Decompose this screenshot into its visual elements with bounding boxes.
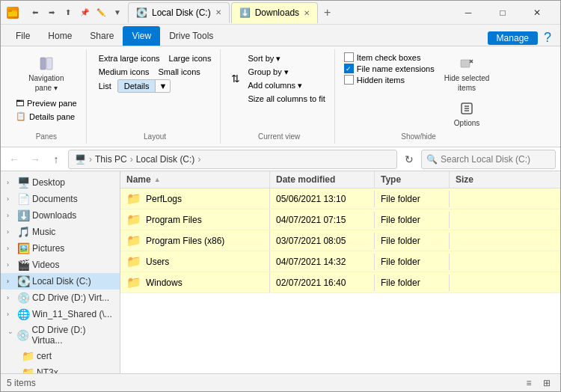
file-date: 04/07/2021 07:15 (276, 215, 346, 225)
col-header-name[interactable]: Name ▲ (120, 171, 270, 188)
preview-pane-icon: 🗔 (16, 99, 24, 108)
tab-close-downloads[interactable]: ✕ (304, 9, 310, 17)
table-row[interactable]: 📁 Program Files 04/07/2021 07:15 File fo… (120, 209, 560, 230)
help-button[interactable]: ? (538, 30, 551, 46)
hide-selected-button[interactable]: Hide selected items (441, 52, 494, 94)
sidebar-item-videos[interactable]: › 🎬 Videos (1, 257, 120, 273)
file-type-cell: File folder (375, 191, 450, 207)
search-input[interactable] (441, 154, 545, 165)
sidebar-item-desktop[interactable]: › 🖥️ Desktop (1, 174, 120, 191)
sidebar-item-cd-drive-d2[interactable]: › 💿 CD Drive (D:) Virtua... (1, 322, 120, 348)
details-button-group: Details ▼ (117, 79, 171, 93)
hidden-items-toggle[interactable]: Hidden items (344, 75, 435, 85)
path-local-disk[interactable]: Local Disk (C:) (136, 154, 195, 165)
add-columns-button[interactable]: Add columns ▾ (245, 79, 328, 92)
close-button[interactable]: ✕ (520, 1, 554, 25)
col-header-type[interactable]: Type (375, 171, 450, 188)
expand-arrow-videos: › (7, 261, 14, 269)
sidebar-item-cert[interactable]: 📁 cert (1, 348, 120, 364)
quick-access-btn-2[interactable]: ➡ (44, 5, 59, 20)
extra-large-icons-button[interactable]: Extra large icons (96, 52, 163, 64)
file-type: File folder (381, 257, 420, 267)
show-hide-label: Show/hide (401, 132, 436, 141)
details-dropdown[interactable]: ▼ (156, 80, 170, 92)
quick-access-btn-4[interactable]: 📌 (77, 5, 92, 20)
details-button[interactable]: Details (118, 80, 156, 92)
up-button[interactable]: ↑ (47, 150, 65, 168)
minimize-button[interactable]: ─ (451, 1, 485, 25)
quick-access-btn-5[interactable]: ✏️ (94, 5, 108, 20)
sidebar-item-downloads[interactable]: › ⬇️ Downloads (1, 207, 120, 224)
forward-button[interactable]: → (26, 150, 44, 168)
layout-options: Extra large icons Large icons Medium ico… (96, 52, 215, 93)
table-row[interactable]: 📁 Program Files (x86) 03/07/2021 08:05 F… (120, 230, 560, 251)
sidebar-item-cd-drive-d[interactable]: › 💿 CD Drive (D:) Virt... (1, 290, 120, 306)
ribbon-tab-share[interactable]: Share (81, 26, 123, 46)
medium-icons-button[interactable]: Medium icons (96, 66, 153, 78)
ribbon-tab-view[interactable]: View (123, 26, 160, 46)
nt3x-icon: 📁 (22, 367, 34, 373)
title-tabs: 💽 Local Disk (C:) ✕ ⬇️ Downloads ✕ + (128, 2, 335, 23)
group-by-button[interactable]: Group by ▾ (245, 66, 328, 79)
table-row[interactable]: 📁 Users 04/07/2021 14:32 File folder (120, 251, 560, 272)
table-row[interactable]: 📁 Windows 02/07/2021 16:40 File folder (120, 272, 560, 293)
sidebar-label-cd-drive-d: CD Drive (D:) Virt... (32, 293, 109, 303)
window-controls: ─ □ ✕ (451, 1, 554, 25)
tab-close-local[interactable]: ✕ (215, 8, 221, 16)
file-name-cell: 📁 Program Files (x86) (120, 230, 270, 251)
sort-by-button[interactable]: Sort by ▾ (245, 52, 328, 65)
col-header-size[interactable]: Size (450, 171, 560, 188)
path-this-pc[interactable]: This PC (95, 154, 127, 165)
file-date-cell: 04/07/2021 07:15 (270, 212, 375, 228)
options-icon (458, 99, 476, 117)
new-tab-button[interactable]: + (319, 4, 335, 21)
sidebar-item-local-disk[interactable]: › 💽 Local Disk (C:) (1, 273, 120, 290)
cd-drive-d2-icon: 💿 (16, 329, 28, 341)
sidebar-item-win-shared[interactable]: › 🌐 Win_11_Shared (\... (1, 306, 120, 322)
sidebar-item-pictures[interactable]: › 🖼️ Pictures (1, 240, 120, 257)
ribbon-tab-drive-tools[interactable]: Drive Tools (160, 26, 222, 46)
options-button[interactable]: Options (448, 97, 485, 129)
svg-rect-3 (40, 58, 46, 70)
item-check-boxes-label: Item check boxes (357, 53, 421, 62)
sidebar-item-documents[interactable]: › 📄 Documents (1, 191, 120, 207)
title-tab-downloads[interactable]: ⬇️ Downloads ✕ (231, 2, 318, 23)
file-type: File folder (381, 278, 420, 288)
file-name-extensions-toggle[interactable]: ✓ File name extensions (344, 64, 435, 73)
list-button[interactable]: List (96, 80, 114, 92)
ribbon-tab-file[interactable]: File (7, 26, 39, 46)
sidebar-item-music[interactable]: › 🎵 Music (1, 224, 120, 240)
sidebar: › 🖥️ Desktop › 📄 Documents › ⬇️ Download… (1, 171, 120, 373)
ribbon-tab-home[interactable]: Home (39, 26, 81, 46)
maximize-button[interactable]: □ (485, 1, 520, 25)
quick-access-dropdown[interactable]: ▼ (110, 5, 125, 20)
quick-access-btn-1[interactable]: ⬅ (28, 5, 43, 20)
large-icons-button[interactable]: Large icons (166, 52, 215, 64)
details-pane-button[interactable]: 📋 Details pane (13, 110, 80, 123)
col-header-date[interactable]: Date modified (270, 171, 375, 188)
col-type-label: Type (381, 174, 401, 185)
quick-access-btn-3[interactable]: ⬆ (61, 5, 76, 20)
item-check-boxes-checkbox[interactable] (344, 52, 354, 62)
sidebar-item-nt3x[interactable]: 📁 NT3x (1, 364, 120, 373)
item-check-boxes-toggle[interactable]: Item check boxes (344, 52, 435, 62)
list-view-button[interactable]: ≡ (521, 376, 536, 391)
sidebar-label-desktop: Desktop (32, 177, 65, 188)
file-name-extensions-checkbox[interactable]: ✓ (344, 64, 354, 73)
file-header: Name ▲ Date modified Type Size (120, 171, 560, 189)
refresh-button[interactable]: ↻ (400, 150, 418, 168)
details-pane-icon: 📋 (16, 111, 26, 121)
manage-button[interactable]: Manage (488, 31, 538, 45)
hidden-items-checkbox[interactable] (344, 75, 354, 85)
title-tab-local-disk[interactable]: 💽 Local Disk (C:) ✕ (128, 2, 230, 23)
preview-pane-button[interactable]: 🗔 Preview pane (13, 97, 80, 109)
back-button[interactable]: ← (5, 150, 23, 168)
table-row[interactable]: 📁 PerfLogs 05/06/2021 13:10 File folder (120, 189, 560, 209)
grid-view-button[interactable]: ⊞ (539, 376, 554, 391)
small-icons-button[interactable]: Small icons (156, 66, 203, 78)
file-type-cell: File folder (375, 254, 450, 270)
size-all-columns-button[interactable]: Size all columns to fit (245, 93, 328, 105)
navigation-pane-button[interactable]: Navigation pane ▾ (25, 52, 67, 94)
address-path[interactable]: 🖥️ › This PC › Local Disk (C:) › (68, 150, 397, 169)
layout-row1: Extra large icons Large icons (96, 52, 215, 64)
